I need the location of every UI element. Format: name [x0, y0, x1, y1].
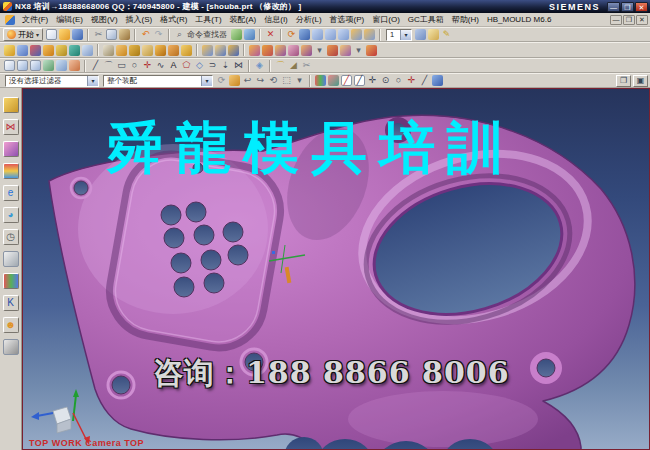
- menu-window[interactable]: 窗口(O): [368, 13, 404, 26]
- user-tools-icon[interactable]: K: [3, 295, 19, 311]
- process-studio-icon[interactable]: ◷: [3, 229, 19, 245]
- offset-face-icon[interactable]: [327, 45, 338, 56]
- arc-icon[interactable]: ⌒: [103, 60, 114, 71]
- touch-mode-icon[interactable]: [3, 339, 19, 355]
- mdi-minimize-button[interactable]: —: [610, 15, 622, 25]
- view-shaded-icon[interactable]: [351, 29, 362, 40]
- viewport-restore-button[interactable]: ❐: [616, 75, 631, 87]
- menu-view[interactable]: 视图(V): [87, 13, 122, 26]
- paste-icon[interactable]: [119, 29, 130, 40]
- view-top-icon[interactable]: [338, 29, 349, 40]
- chevron-down-icon[interactable]: ▾: [294, 75, 305, 86]
- profile-icon[interactable]: [4, 60, 15, 71]
- bounded-plane-icon[interactable]: [69, 60, 80, 71]
- project-curve-icon[interactable]: ⇣: [220, 60, 231, 71]
- command-finder-label[interactable]: 命令查找器: [187, 29, 227, 40]
- reuse-library-icon[interactable]: [3, 163, 19, 179]
- menu-tools[interactable]: 工具(T): [191, 13, 225, 26]
- undo-icon[interactable]: ↶: [140, 29, 151, 40]
- snap-endpoint-icon[interactable]: ╱: [341, 75, 352, 86]
- layer-settings-icon[interactable]: [428, 29, 439, 40]
- intersect-point-icon[interactable]: ◈: [254, 60, 265, 71]
- fit-view-icon[interactable]: [299, 29, 310, 40]
- point-icon[interactable]: ✛: [142, 60, 153, 71]
- close-window-icon[interactable]: ✕: [265, 29, 276, 40]
- ellipse-icon[interactable]: ◇: [194, 60, 205, 71]
- chevron-down-icon[interactable]: ▾: [314, 45, 325, 56]
- view-trimetric-icon[interactable]: [312, 29, 323, 40]
- cylinder-icon[interactable]: [82, 45, 93, 56]
- datum-csys-icon[interactable]: [30, 45, 41, 56]
- draft-icon[interactable]: [181, 45, 192, 56]
- chevron-down-icon[interactable]: ▾: [353, 45, 364, 56]
- menu-analysis[interactable]: 分析(L): [292, 13, 326, 26]
- snap-intersection-icon[interactable]: ✛: [367, 75, 378, 86]
- chevron-down-icon[interactable]: ▾: [87, 76, 98, 86]
- menu-assemblies[interactable]: 装配(A): [226, 13, 261, 26]
- command-finder-icon[interactable]: ⌕: [174, 29, 185, 40]
- menu-edit[interactable]: 编辑(E): [52, 13, 87, 26]
- manufacturing-wizard-icon[interactable]: [3, 251, 19, 267]
- circle-icon[interactable]: ○: [129, 60, 140, 71]
- select-assembly-icon[interactable]: [229, 75, 240, 86]
- snap-tangent-icon[interactable]: ╱: [419, 75, 430, 86]
- sphere-icon[interactable]: [69, 45, 80, 56]
- menu-preferences[interactable]: 首选项(P): [326, 13, 369, 26]
- split-body-icon[interactable]: [215, 45, 226, 56]
- replace-face-icon[interactable]: [340, 45, 351, 56]
- link-browser-icon[interactable]: [231, 29, 242, 40]
- snap-circle-icon[interactable]: ○: [393, 75, 404, 86]
- refresh-view-icon[interactable]: ⟳: [286, 29, 297, 40]
- selection-scope-dropdown[interactable]: 整个装配 ▾: [103, 75, 213, 87]
- previous-selection-icon[interactable]: ↩: [242, 75, 253, 86]
- text-icon[interactable]: A: [168, 60, 179, 71]
- move-to-layer-icon[interactable]: [415, 29, 426, 40]
- restore-button[interactable]: ❐: [621, 2, 634, 12]
- sew-icon[interactable]: [288, 45, 299, 56]
- offset-curve-icon[interactable]: ⊃: [207, 60, 218, 71]
- chevron-down-icon[interactable]: ▾: [400, 30, 411, 40]
- roles-icon[interactable]: ☻: [3, 317, 19, 333]
- web-browser-icon[interactable]: e: [3, 185, 19, 201]
- sheet-icon[interactable]: [43, 60, 54, 71]
- hole-icon[interactable]: [103, 45, 114, 56]
- open-file-icon[interactable]: [59, 29, 70, 40]
- fillet-icon[interactable]: ⌒: [275, 60, 286, 71]
- find-result-icon[interactable]: ⟳: [216, 75, 227, 86]
- boss-icon[interactable]: [116, 45, 127, 56]
- menu-file[interactable]: 文件(F): [18, 13, 52, 26]
- viewport-maximize-button[interactable]: ▣: [633, 75, 648, 87]
- revolve-sketch-icon[interactable]: [30, 60, 41, 71]
- patch-icon[interactable]: [228, 45, 239, 56]
- chamfer-icon[interactable]: ◢: [288, 60, 299, 71]
- surface-icon[interactable]: [56, 60, 67, 71]
- emboss-icon[interactable]: [301, 45, 312, 56]
- selection-filter-dropdown[interactable]: 没有选择过滤器 ▾: [5, 75, 99, 87]
- trim-curve-icon[interactable]: ✂: [301, 60, 312, 71]
- menu-gc-toolbox[interactable]: GC工具箱: [404, 13, 448, 26]
- menu-insert[interactable]: 插入(S): [122, 13, 157, 26]
- snap-midpoint-icon[interactable]: ╱: [354, 75, 365, 86]
- annotation-icon[interactable]: ✎: [441, 29, 452, 40]
- subtract-icon[interactable]: [262, 45, 273, 56]
- unite-icon[interactable]: [249, 45, 260, 56]
- new-file-icon[interactable]: [46, 29, 57, 40]
- shaded-model-icon[interactable]: [432, 75, 443, 86]
- mdi-restore-button[interactable]: ❐: [623, 15, 635, 25]
- menu-help[interactable]: 帮助(H): [448, 13, 483, 26]
- menu-format[interactable]: 格式(R): [156, 13, 191, 26]
- menu-information[interactable]: 信息(I): [260, 13, 292, 26]
- mdi-close-button[interactable]: ✕: [636, 15, 648, 25]
- rectangle-select-icon[interactable]: ⬚: [281, 75, 292, 86]
- spline-icon[interactable]: ∿: [155, 60, 166, 71]
- system-materials-icon[interactable]: [3, 273, 19, 289]
- rectangle-icon[interactable]: ▭: [116, 60, 127, 71]
- shell-icon[interactable]: [168, 45, 179, 56]
- rib-icon[interactable]: [155, 45, 166, 56]
- constraint-navigator-icon[interactable]: ⋈: [3, 119, 19, 135]
- polygon-icon[interactable]: ⬠: [181, 60, 192, 71]
- minimize-button[interactable]: —: [607, 2, 620, 12]
- start-button[interactable]: 开始 ▾: [3, 28, 43, 41]
- extrude-sketch-icon[interactable]: [17, 60, 28, 71]
- menu-hb-mould[interactable]: HB_MOULD M6.6: [483, 14, 555, 25]
